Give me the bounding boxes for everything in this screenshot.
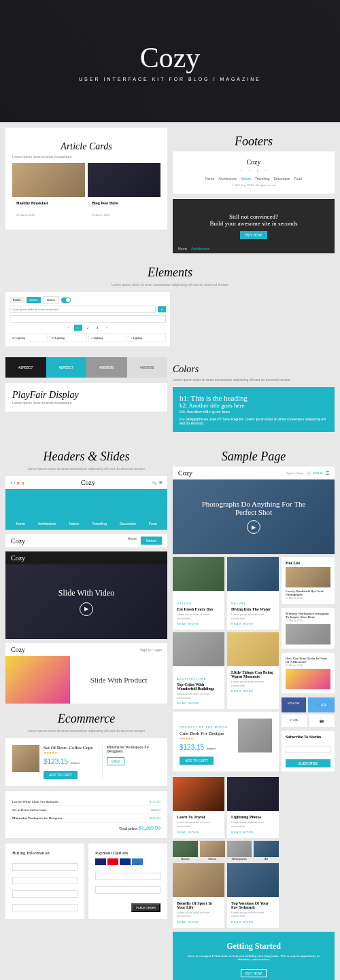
read-more-link[interactable]: READ MORE [177, 622, 220, 625]
cart-total[interactable]: $234.69 [313, 471, 323, 475]
menu-icon[interactable]: ☰ [159, 481, 162, 485]
visa-icon[interactable] [95, 858, 106, 865]
cta-banner: Getting Started Cozy is a elegant UI kit… [173, 932, 335, 980]
amex-icon[interactable] [132, 858, 143, 865]
dropdown[interactable]: ▾ [158, 306, 166, 312]
email-input[interactable] [286, 746, 330, 753]
section-colors: Colors [173, 364, 335, 375]
category-thumb[interactable] [173, 841, 198, 857]
nav-item[interactable]: Travelling [92, 522, 107, 526]
pinterest-widget[interactable]: P 47k [282, 714, 307, 727]
add-to-cart-button[interactable]: ADD TO CART [180, 757, 214, 765]
nav-link[interactable]: Decoration [273, 177, 290, 181]
payment-title: Payment Options [95, 850, 160, 856]
instagram-widget[interactable]: 📷 [309, 714, 335, 727]
section-footers: Footers [173, 134, 335, 149]
play-icon[interactable]: ▶ [80, 602, 93, 616]
article-title[interactable]: Eat Fresh Every Day [177, 607, 220, 611]
toggle-switch[interactable] [61, 297, 71, 303]
nav-item[interactable]: Decoration [120, 522, 136, 526]
hero-banner: Cozy USER INTERFACE KIT FOR BLOG / MAGAZ… [0, 0, 340, 122]
pinterest-icon[interactable]: p [255, 168, 260, 174]
billing-input[interactable] [12, 863, 78, 871]
button-outline[interactable]: Button [43, 296, 59, 304]
nav-item[interactable]: Architecture [38, 522, 56, 526]
billing-input[interactable] [12, 877, 78, 884]
article-title[interactable]: Diving Into The Water [231, 607, 275, 611]
nav-item[interactable]: Nature [69, 522, 79, 526]
nav-link[interactable]: Food [294, 177, 302, 181]
twitter-icon[interactable]: t [247, 168, 252, 174]
billing-input[interactable] [12, 890, 78, 898]
cta-sub: Build your awesome site in seconds [209, 220, 297, 227]
cart-item: Lovely White Chair For Bedroom$123.00 [12, 798, 160, 806]
typo-h1: h1: This is the heading [180, 394, 328, 402]
article-title[interactable]: Blog Post Here [92, 201, 156, 205]
article-title[interactable]: Benefits Of Sport In Your Life [177, 901, 220, 909]
nav-item[interactable]: Home [16, 522, 24, 526]
article-image [88, 163, 160, 197]
place-order-button[interactable]: PLACE ORDER [131, 903, 160, 912]
sample-logo[interactable]: Cozy [178, 469, 192, 477]
paypal-icon[interactable] [120, 858, 131, 865]
article-title[interactable]: Learn To Travel [177, 815, 220, 819]
twitter-icon[interactable]: t [14, 481, 16, 485]
product-image [238, 719, 272, 752]
google-icon[interactable]: g [22, 481, 24, 485]
menu-icon[interactable]: ☰ [326, 471, 329, 475]
article-title[interactable]: Top Versions Of Your Fav Swimsuit [231, 901, 275, 909]
product-title[interactable]: Minimalist Workspace for Designers [107, 745, 161, 753]
article-title[interactable]: Top Cities With Wonderfull Buildings [177, 683, 220, 691]
pinterest-icon[interactable]: p [17, 481, 19, 485]
section-elements: Elements [5, 266, 335, 280]
nav-link[interactable]: Home [205, 177, 214, 181]
mastercard-icon[interactable] [107, 858, 118, 865]
article-title[interactable]: Little Things Can Bring Warm Moments [231, 670, 275, 678]
cart-item: Set of Retro Coffee Cups$84.00 [12, 806, 160, 814]
add-to-cart-button[interactable]: ADD TO CART [44, 771, 78, 779]
nav-link[interactable]: Architecture [218, 177, 237, 181]
instagram-icon[interactable]: i [263, 168, 269, 174]
play-icon[interactable]: ▶ [247, 520, 260, 534]
product-title[interactable]: Set Of Retro Coffee Cups [44, 745, 98, 750]
card-input[interactable] [95, 886, 160, 894]
text-input[interactable] [10, 306, 156, 313]
buy-now-button[interactable]: BUY NOW [241, 969, 267, 977]
search-icon[interactable]: 🔍 [152, 481, 156, 485]
section-article-cards: Article Cards [12, 141, 160, 152]
button-default[interactable]: Button [10, 297, 24, 303]
nav-link[interactable]: Travelling [255, 177, 270, 181]
category-thumb[interactable] [200, 841, 225, 857]
search-input[interactable] [10, 315, 166, 323]
view-button[interactable]: VIEW [107, 757, 125, 765]
category-thumb[interactable] [254, 841, 279, 857]
category-thumb[interactable] [227, 841, 252, 857]
button-primary[interactable]: Button [27, 297, 41, 303]
header-logo[interactable]: Cozy [81, 479, 95, 486]
color-swatch: #1FB5C7 [46, 357, 87, 378]
facebook-icon[interactable]: f [11, 481, 12, 485]
card-input[interactable] [95, 873, 160, 880]
elements-panel: Button Button Button ▾ ‹ 1 2 3 › ☐ Light… [5, 292, 170, 346]
slide-video: Slide With Video ▶ [5, 564, 167, 639]
sample-hero: Photographs Do Anything For The Perfect … [173, 479, 335, 554]
color-swatch: #1FB5C7 [5, 357, 46, 378]
typo-h2: h2: Another title goes here [180, 402, 328, 409]
nav-link[interactable]: Nature [241, 177, 251, 181]
section-typography: PlayFair Display [12, 390, 160, 401]
hero-subtitle: USER INTERFACE KIT FOR BLOG / MAGAZINE [79, 77, 261, 81]
login-link[interactable]: Sign In / Login [286, 471, 304, 475]
subscribe-button[interactable]: SUBSCRIBE [286, 759, 330, 767]
rating-stars: ★★★★★ [44, 750, 98, 755]
nav-item[interactable]: Food [149, 522, 156, 526]
article-title[interactable]: Healthy Breakfast [16, 201, 81, 205]
cart-total: $1,269.99 [139, 825, 160, 831]
typo-h3: h3: Another title goes here [180, 409, 328, 414]
buy-now-button[interactable]: BUY NOW [240, 231, 267, 239]
article-title[interactable]: Lightning Photos [231, 815, 275, 819]
twitter-widget[interactable]: 🐦 47k [308, 697, 335, 712]
section-desc: Lorem ipsum dolor sit amet consectetur [12, 155, 160, 159]
billing-input[interactable] [12, 904, 78, 911]
follow-button[interactable]: FOLLOW [282, 697, 306, 712]
facebook-icon[interactable]: f [239, 168, 244, 174]
